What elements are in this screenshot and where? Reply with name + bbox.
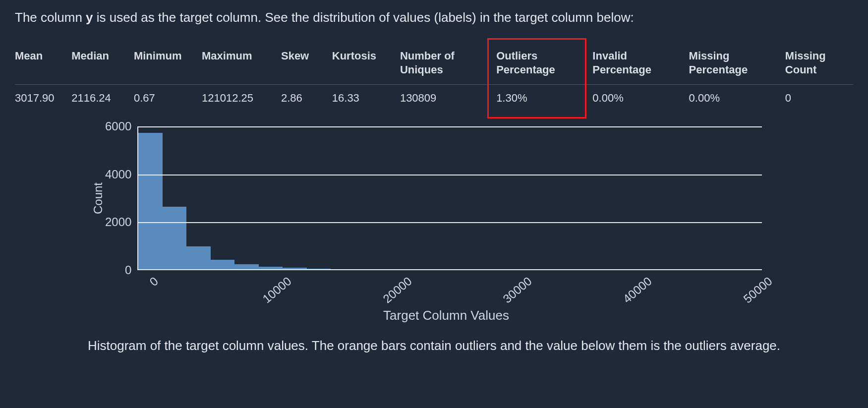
y-axis-label: Count xyxy=(88,126,105,270)
stats-value-cell: 0.00% xyxy=(689,85,785,112)
stats-header-cell: Minimum xyxy=(134,45,202,85)
stats-value-cell: 2116.24 xyxy=(71,85,134,112)
y-tick-label: 6000 xyxy=(105,120,131,132)
x-tick-label: 20000 xyxy=(380,274,414,306)
histogram-bar xyxy=(211,260,234,269)
stats-value-cell: 16.33 xyxy=(332,85,400,112)
x-axis-ticks: 01000020000300004000050000 xyxy=(134,270,758,305)
intro-suffix: is used as the target column. See the di… xyxy=(93,10,634,25)
stats-value-cell: 3017.90 xyxy=(15,85,71,112)
stats-header-cell: Mean xyxy=(15,45,71,85)
stats-header-cell: Skew xyxy=(281,45,332,85)
intro-prefix: The column xyxy=(15,10,86,25)
stats-value-cell: 0.00% xyxy=(592,85,689,112)
y-tick-label: 2000 xyxy=(105,216,131,228)
stats-value-cell: 0.67 xyxy=(134,85,202,112)
stats-value-cell: 2.86 xyxy=(281,85,332,112)
stats-header-cell: Median xyxy=(71,45,134,85)
histogram-chart: Count 6000400020000 01000020000300004000… xyxy=(88,126,780,323)
stats-value-cell: 130809 xyxy=(400,85,496,112)
stats-header-cell: Invalid Percentage xyxy=(592,45,689,85)
histogram-bar xyxy=(163,207,186,269)
histogram-bar xyxy=(234,264,258,269)
stats-header-cell: Missing Count xyxy=(785,45,853,85)
stats-value-row: 3017.902116.240.67121012.252.8616.331308… xyxy=(15,85,853,112)
y-tick-label: 4000 xyxy=(105,169,131,180)
chart-caption: Histogram of the target column values. T… xyxy=(15,338,853,353)
gridline xyxy=(138,175,762,175)
stats-header-cell: Maximum xyxy=(202,45,281,85)
plot-area xyxy=(137,126,762,270)
histogram-bar xyxy=(138,133,162,270)
stats-value-cell: 1.30% xyxy=(496,85,592,112)
x-tick-label: 10000 xyxy=(260,274,294,306)
gridline xyxy=(138,222,762,223)
stats-header-cell: Number of Uniques xyxy=(400,45,496,85)
histogram-bar xyxy=(186,246,210,269)
y-tick-label: 0 xyxy=(105,264,131,276)
stats-header-cell: Missing Percentage xyxy=(689,45,785,85)
x-tick-label: 0 xyxy=(147,274,161,289)
target-column-name: y xyxy=(86,10,93,25)
x-tick-label: 50000 xyxy=(741,274,775,306)
y-axis-ticks: 6000400020000 xyxy=(105,126,137,270)
histogram-bar xyxy=(283,268,306,269)
histogram-bar xyxy=(259,267,283,269)
histogram-bars xyxy=(138,126,762,269)
x-tick-label: 40000 xyxy=(620,274,654,306)
stats-value-cell: 121012.25 xyxy=(202,85,281,112)
x-axis-label: Target Column Values xyxy=(134,308,758,323)
gridline xyxy=(138,126,762,127)
stats-header-cell: Outliers Percentage xyxy=(496,45,592,85)
intro-text: The column y is used as the target colum… xyxy=(15,10,853,25)
stats-header-cell: Kurtosis xyxy=(332,45,400,85)
x-tick-label: 30000 xyxy=(500,274,534,306)
stats-value-cell: 0 xyxy=(785,85,853,112)
stats-table: MeanMedianMinimumMaximumSkewKurtosisNumb… xyxy=(15,45,853,112)
stats-table-wrap: MeanMedianMinimumMaximumSkewKurtosisNumb… xyxy=(15,45,853,112)
histogram-bar xyxy=(307,269,331,269)
stats-header-row: MeanMedianMinimumMaximumSkewKurtosisNumb… xyxy=(15,45,853,85)
